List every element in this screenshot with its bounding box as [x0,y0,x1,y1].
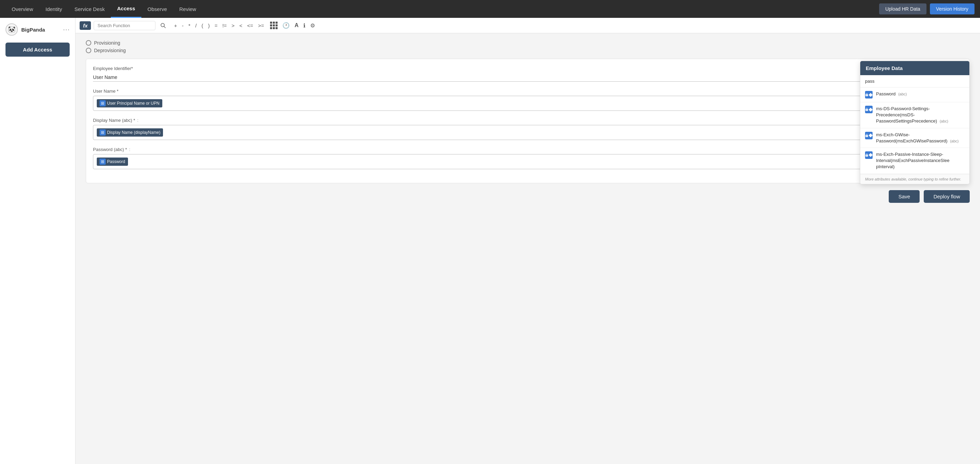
brand-avatar: 🐼 [5,23,18,36]
upload-hr-data-button[interactable]: Upload HR Data [879,3,926,14]
emp-item-password[interactable]: Password (abc) [860,88,969,102]
nav-actions: Upload HR Data Version History [879,3,975,14]
svg-line-1 [164,26,165,28]
display-name-label: Display Name (abc) * : [93,118,963,123]
emp-item-passive-sleep[interactable]: ms-Exch-Passive-Instance-Sleep-Interval(… [860,148,969,174]
display-name-menu[interactable]: : [137,118,138,123]
provisioning-label: Provisioning [94,40,120,46]
clock-icon[interactable]: 🕐 [282,22,290,29]
password-db-icon: ⊞ [100,159,106,165]
display-name-input-wrap[interactable]: ⊞ Display Name (displayName) [93,125,963,140]
password-tag-text: Password [107,159,125,164]
display-name-field: Display Name (abc) * : ⊞ Display Name (d… [93,118,963,140]
op-close-paren[interactable]: ) [207,22,210,29]
tag-db-icon: ⊞ [100,100,106,107]
op-less[interactable]: < [239,22,243,29]
svg-point-3 [866,95,867,96]
password-label: Password (abc) * : [93,147,946,152]
password-field: Password (abc) * : ⊞ Password + [93,147,963,169]
sidebar: 🐼 BigPanda ⋯ Add Access [0,18,75,464]
deploy-flow-button[interactable]: Deploy flow [924,190,970,203]
emp-item-ds-password[interactable]: ms-DS-Password-Settings-Precedence(msDS-… [860,102,969,128]
emp-item-icon-password [865,91,873,99]
emp-item-icon-gwise [865,132,873,139]
op-not-equals[interactable]: != [222,22,228,29]
nav-overview[interactable]: Overview [5,0,40,18]
emp-item-password-text: Password (abc) [876,91,964,97]
sidebar-brand: 🐼 BigPanda ⋯ [5,23,70,36]
app-layout: 🐼 BigPanda ⋯ Add Access fx + - * / [0,18,980,464]
formula-icons: 🕐 A ℹ ⚙ [270,22,315,29]
circle-icon-provisioning [86,40,91,46]
settings-icon[interactable]: ⚙ [310,22,315,29]
employee-identifier-label: Employee Identifier* [93,66,963,71]
nav-service-desk[interactable]: Service Desk [68,0,111,18]
circle-icon-deprovisioning [86,48,91,53]
version-history-button[interactable]: Version History [930,3,975,14]
display-name-tag[interactable]: ⊞ Display Name (displayName) [97,128,163,137]
search-function-input[interactable] [94,21,156,30]
brand-name: BigPanda [21,27,45,33]
password-menu[interactable]: : [129,147,130,152]
display-name-db-icon: ⊞ [100,129,106,136]
deprovisioning-label: Deprovisioning [94,48,126,53]
op-greater-eq[interactable]: >= [257,22,265,29]
username-tag[interactable]: ⊞ User Principal Name or UPN [97,99,162,107]
op-equals[interactable]: = [214,22,218,29]
info-icon[interactable]: ℹ [303,22,305,29]
list-item-deprovisioning[interactable]: Deprovisioning [86,48,970,53]
employee-identifier-field: Employee Identifier* User Name ▾ [93,66,963,82]
nav-access[interactable]: Access [111,0,142,18]
nav-links: Overview Identity Service Desk Access Ob… [5,0,202,18]
employee-identifier-select[interactable]: User Name ▾ [93,73,963,82]
main-content: fx + - * / ( ) = != > < <= >= [75,18,980,464]
fx-label: fx [80,21,91,30]
display-name-tag-text: Display Name (displayName) [107,130,160,135]
username-field: User Name * ⊞ User Principal Name or UPN [93,89,963,111]
op-open-paren[interactable]: ( [201,22,204,29]
svg-point-7 [866,136,867,136]
password-tag[interactable]: ⊞ Password [97,158,128,166]
emp-more-note: More attributes available, continue typi… [860,174,969,184]
nav-review[interactable]: Review [173,0,202,18]
sidebar-menu-button[interactable]: ⋯ [63,26,70,33]
nav-identity[interactable]: Identity [40,0,68,18]
emp-item-passive-text: ms-Exch-Passive-Instance-Sleep-Interval(… [876,151,964,170]
op-less-eq[interactable]: <= [247,22,254,29]
emp-item-gwise-password[interactable]: ms-Exch-GWise-Password(msExchGWisePasswo… [860,128,969,148]
username-label: User Name * [93,89,963,94]
op-divide[interactable]: / [194,22,197,29]
op-multiply[interactable]: * [188,22,191,29]
formula-bar: fx + - * / ( ) = != > < <= >= [75,18,980,33]
employee-data-search[interactable] [860,75,969,88]
content-area: Provisioning Deprovisioning Employee Ide… [75,33,980,464]
username-input-wrap[interactable]: ⊞ User Principal Name or UPN [93,96,963,111]
op-minus[interactable]: - [181,22,184,29]
add-access-button[interactable]: Add Access [5,43,70,57]
formula-operators: + - * / ( ) = != > < <= >= [173,22,264,29]
save-button[interactable]: Save [889,190,920,203]
bottom-actions: Save Deploy flow [86,190,970,203]
employee-identifier-value: User Name [93,75,961,80]
brand-info: 🐼 BigPanda [5,23,45,36]
employee-data-header: Employee Data [860,61,969,75]
grid-icon[interactable] [270,22,278,29]
emp-item-icon-passive [865,151,873,159]
emp-item-icon-ds [865,106,873,113]
op-plus[interactable]: + [173,22,178,29]
emp-item-gwise-text: ms-Exch-GWise-Password(msExchGWisePasswo… [876,132,964,144]
svg-point-5 [866,110,867,110]
emp-item-ds-text: ms-DS-Password-Settings-Precedence(msDS-… [876,106,964,124]
list-item-provisioning[interactable]: Provisioning [86,40,970,46]
password-input-wrap[interactable]: ⊞ Password [93,154,946,169]
employee-data-panel: Employee Data Password (abc) [860,61,970,184]
form-section: Employee Identifier* User Name ▾ User Na… [86,59,970,183]
search-icon[interactable] [158,21,168,30]
nav-observe[interactable]: Observe [142,0,173,18]
op-greater[interactable]: > [231,22,235,29]
username-tag-text: User Principal Name or UPN [107,101,159,106]
text-icon[interactable]: A [294,22,299,29]
svg-point-9 [866,155,867,156]
top-navigation: Overview Identity Service Desk Access Ob… [0,0,980,18]
list-section: Provisioning Deprovisioning [86,40,970,53]
